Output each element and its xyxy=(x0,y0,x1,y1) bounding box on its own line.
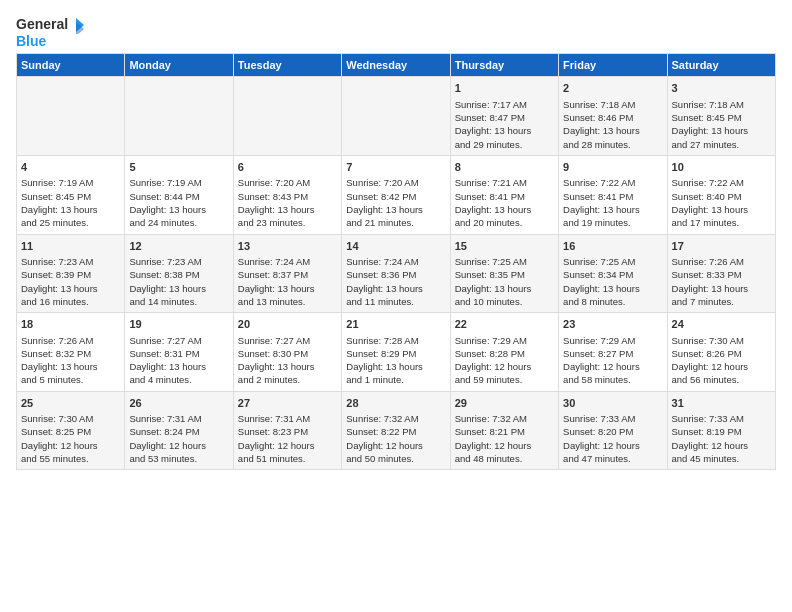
calendar-cell: 30Sunrise: 7:33 AM Sunset: 8:20 PM Dayli… xyxy=(559,391,667,470)
day-info: Sunrise: 7:20 AM Sunset: 8:42 PM Dayligh… xyxy=(346,177,423,228)
day-info: Sunrise: 7:18 AM Sunset: 8:46 PM Dayligh… xyxy=(563,99,640,150)
day-number: 15 xyxy=(455,239,554,254)
logo: General Blue xyxy=(16,16,88,49)
logo-blue: Blue xyxy=(16,34,46,49)
calendar-cell: 6Sunrise: 7:20 AM Sunset: 8:43 PM Daylig… xyxy=(233,155,341,234)
calendar-cell: 16Sunrise: 7:25 AM Sunset: 8:34 PM Dayli… xyxy=(559,234,667,313)
day-info: Sunrise: 7:29 AM Sunset: 8:28 PM Dayligh… xyxy=(455,335,532,386)
day-info: Sunrise: 7:26 AM Sunset: 8:32 PM Dayligh… xyxy=(21,335,98,386)
day-number: 7 xyxy=(346,160,445,175)
calendar-cell: 12Sunrise: 7:23 AM Sunset: 8:38 PM Dayli… xyxy=(125,234,233,313)
day-info: Sunrise: 7:23 AM Sunset: 8:38 PM Dayligh… xyxy=(129,256,206,307)
day-info: Sunrise: 7:33 AM Sunset: 8:19 PM Dayligh… xyxy=(672,413,749,464)
day-number: 8 xyxy=(455,160,554,175)
calendar-week-2: 4Sunrise: 7:19 AM Sunset: 8:45 PM Daylig… xyxy=(17,155,776,234)
day-header-saturday: Saturday xyxy=(667,54,775,77)
calendar-header: SundayMondayTuesdayWednesdayThursdayFrid… xyxy=(17,54,776,77)
day-header-wednesday: Wednesday xyxy=(342,54,450,77)
calendar-cell: 9Sunrise: 7:22 AM Sunset: 8:41 PM Daylig… xyxy=(559,155,667,234)
day-info: Sunrise: 7:31 AM Sunset: 8:24 PM Dayligh… xyxy=(129,413,206,464)
day-info: Sunrise: 7:22 AM Sunset: 8:41 PM Dayligh… xyxy=(563,177,640,228)
calendar-table: SundayMondayTuesdayWednesdayThursdayFrid… xyxy=(16,53,776,470)
day-info: Sunrise: 7:19 AM Sunset: 8:45 PM Dayligh… xyxy=(21,177,98,228)
calendar-cell: 23Sunrise: 7:29 AM Sunset: 8:27 PM Dayli… xyxy=(559,313,667,392)
day-header-thursday: Thursday xyxy=(450,54,558,77)
logo-arrow-icon xyxy=(70,16,88,34)
day-info: Sunrise: 7:29 AM Sunset: 8:27 PM Dayligh… xyxy=(563,335,640,386)
day-number: 21 xyxy=(346,317,445,332)
day-header-tuesday: Tuesday xyxy=(233,54,341,77)
day-number: 6 xyxy=(238,160,337,175)
day-number: 11 xyxy=(21,239,120,254)
day-info: Sunrise: 7:33 AM Sunset: 8:20 PM Dayligh… xyxy=(563,413,640,464)
day-number: 17 xyxy=(672,239,771,254)
day-info: Sunrise: 7:25 AM Sunset: 8:34 PM Dayligh… xyxy=(563,256,640,307)
day-info: Sunrise: 7:18 AM Sunset: 8:45 PM Dayligh… xyxy=(672,99,749,150)
calendar-cell: 22Sunrise: 7:29 AM Sunset: 8:28 PM Dayli… xyxy=(450,313,558,392)
day-number: 28 xyxy=(346,396,445,411)
day-info: Sunrise: 7:24 AM Sunset: 8:37 PM Dayligh… xyxy=(238,256,315,307)
calendar-cell: 19Sunrise: 7:27 AM Sunset: 8:31 PM Dayli… xyxy=(125,313,233,392)
day-info: Sunrise: 7:31 AM Sunset: 8:23 PM Dayligh… xyxy=(238,413,315,464)
calendar-cell: 17Sunrise: 7:26 AM Sunset: 8:33 PM Dayli… xyxy=(667,234,775,313)
day-number: 13 xyxy=(238,239,337,254)
calendar-cell: 2Sunrise: 7:18 AM Sunset: 8:46 PM Daylig… xyxy=(559,77,667,156)
day-info: Sunrise: 7:32 AM Sunset: 8:22 PM Dayligh… xyxy=(346,413,423,464)
calendar-cell xyxy=(125,77,233,156)
day-number: 24 xyxy=(672,317,771,332)
day-info: Sunrise: 7:20 AM Sunset: 8:43 PM Dayligh… xyxy=(238,177,315,228)
calendar-cell: 7Sunrise: 7:20 AM Sunset: 8:42 PM Daylig… xyxy=(342,155,450,234)
day-info: Sunrise: 7:19 AM Sunset: 8:44 PM Dayligh… xyxy=(129,177,206,228)
calendar-cell xyxy=(233,77,341,156)
calendar-cell: 28Sunrise: 7:32 AM Sunset: 8:22 PM Dayli… xyxy=(342,391,450,470)
day-info: Sunrise: 7:21 AM Sunset: 8:41 PM Dayligh… xyxy=(455,177,532,228)
day-number: 19 xyxy=(129,317,228,332)
day-number: 3 xyxy=(672,81,771,96)
day-number: 23 xyxy=(563,317,662,332)
calendar-week-5: 25Sunrise: 7:30 AM Sunset: 8:25 PM Dayli… xyxy=(17,391,776,470)
day-info: Sunrise: 7:24 AM Sunset: 8:36 PM Dayligh… xyxy=(346,256,423,307)
day-number: 5 xyxy=(129,160,228,175)
calendar-cell: 20Sunrise: 7:27 AM Sunset: 8:30 PM Dayli… xyxy=(233,313,341,392)
day-info: Sunrise: 7:27 AM Sunset: 8:30 PM Dayligh… xyxy=(238,335,315,386)
day-info: Sunrise: 7:17 AM Sunset: 8:47 PM Dayligh… xyxy=(455,99,532,150)
day-info: Sunrise: 7:27 AM Sunset: 8:31 PM Dayligh… xyxy=(129,335,206,386)
calendar-cell: 14Sunrise: 7:24 AM Sunset: 8:36 PM Dayli… xyxy=(342,234,450,313)
day-number: 9 xyxy=(563,160,662,175)
day-info: Sunrise: 7:28 AM Sunset: 8:29 PM Dayligh… xyxy=(346,335,423,386)
day-number: 25 xyxy=(21,396,120,411)
day-number: 16 xyxy=(563,239,662,254)
day-header-monday: Monday xyxy=(125,54,233,77)
calendar-cell: 1Sunrise: 7:17 AM Sunset: 8:47 PM Daylig… xyxy=(450,77,558,156)
calendar-cell: 11Sunrise: 7:23 AM Sunset: 8:39 PM Dayli… xyxy=(17,234,125,313)
header-row: SundayMondayTuesdayWednesdayThursdayFrid… xyxy=(17,54,776,77)
day-number: 18 xyxy=(21,317,120,332)
page-container: General Blue SundayMondayTuesdayWednesda… xyxy=(0,0,792,478)
calendar-cell: 8Sunrise: 7:21 AM Sunset: 8:41 PM Daylig… xyxy=(450,155,558,234)
day-number: 26 xyxy=(129,396,228,411)
day-info: Sunrise: 7:23 AM Sunset: 8:39 PM Dayligh… xyxy=(21,256,98,307)
logo-general: General xyxy=(16,17,68,32)
calendar-cell xyxy=(17,77,125,156)
calendar-cell: 13Sunrise: 7:24 AM Sunset: 8:37 PM Dayli… xyxy=(233,234,341,313)
day-info: Sunrise: 7:32 AM Sunset: 8:21 PM Dayligh… xyxy=(455,413,532,464)
calendar-cell: 25Sunrise: 7:30 AM Sunset: 8:25 PM Dayli… xyxy=(17,391,125,470)
day-number: 1 xyxy=(455,81,554,96)
day-info: Sunrise: 7:26 AM Sunset: 8:33 PM Dayligh… xyxy=(672,256,749,307)
calendar-cell: 27Sunrise: 7:31 AM Sunset: 8:23 PM Dayli… xyxy=(233,391,341,470)
calendar-week-4: 18Sunrise: 7:26 AM Sunset: 8:32 PM Dayli… xyxy=(17,313,776,392)
day-number: 30 xyxy=(563,396,662,411)
calendar-cell: 26Sunrise: 7:31 AM Sunset: 8:24 PM Dayli… xyxy=(125,391,233,470)
calendar-cell: 15Sunrise: 7:25 AM Sunset: 8:35 PM Dayli… xyxy=(450,234,558,313)
calendar-cell: 24Sunrise: 7:30 AM Sunset: 8:26 PM Dayli… xyxy=(667,313,775,392)
calendar-week-3: 11Sunrise: 7:23 AM Sunset: 8:39 PM Dayli… xyxy=(17,234,776,313)
calendar-cell: 10Sunrise: 7:22 AM Sunset: 8:40 PM Dayli… xyxy=(667,155,775,234)
day-info: Sunrise: 7:30 AM Sunset: 8:26 PM Dayligh… xyxy=(672,335,749,386)
day-info: Sunrise: 7:25 AM Sunset: 8:35 PM Dayligh… xyxy=(455,256,532,307)
day-number: 27 xyxy=(238,396,337,411)
day-number: 20 xyxy=(238,317,337,332)
calendar-cell: 4Sunrise: 7:19 AM Sunset: 8:45 PM Daylig… xyxy=(17,155,125,234)
calendar-cell: 18Sunrise: 7:26 AM Sunset: 8:32 PM Dayli… xyxy=(17,313,125,392)
calendar-body: 1Sunrise: 7:17 AM Sunset: 8:47 PM Daylig… xyxy=(17,77,776,470)
calendar-cell: 31Sunrise: 7:33 AM Sunset: 8:19 PM Dayli… xyxy=(667,391,775,470)
